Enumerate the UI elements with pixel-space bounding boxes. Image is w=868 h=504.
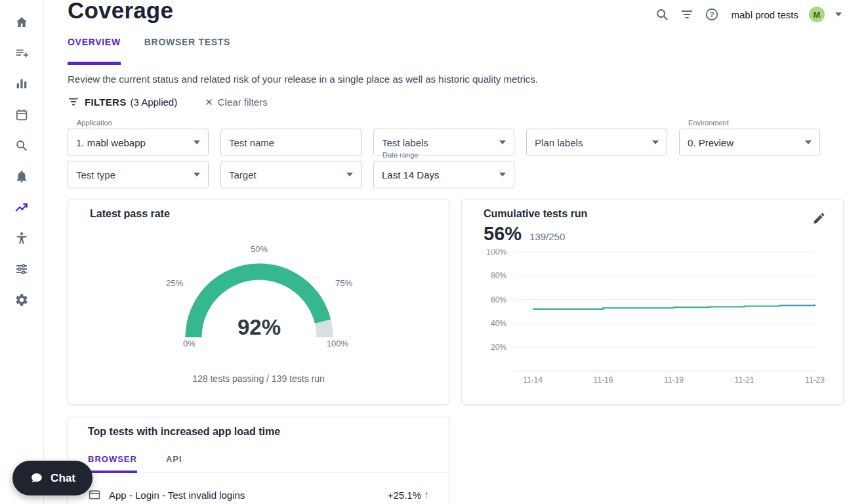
test-type-select[interactable]: Test type — [68, 161, 209, 188]
filters-bar: FILTERS (3 Applied) ✕ Clear filters — [68, 96, 268, 108]
cumulative-stats: 56% 139/250 — [484, 223, 565, 245]
header-actions: ? mabl prod tests M — [655, 7, 842, 22]
coverage-tabs: OVERVIEW BROWSER TESTS — [68, 32, 230, 65]
results-chart-icon[interactable] — [7, 68, 37, 99]
coverage-insights-icon[interactable] — [7, 192, 37, 222]
cumulative-line-chart: 100%80%60%40%20%11-1411-1611-1911-2111-2… — [468, 249, 836, 394]
test-labels-placeholder: Test labels — [382, 137, 428, 148]
environment-select[interactable]: 0. Preview — [679, 129, 820, 156]
gauge-value-label: 92% — [161, 315, 358, 340]
chat-bubble-icon — [30, 471, 44, 486]
top-tests-card-title: Top tests with increased app load time — [88, 426, 280, 438]
gauge-tick-50: 50% — [161, 244, 358, 254]
date-range-label: Date range — [382, 151, 418, 159]
application-value: 1. mabl webapp — [76, 137, 146, 148]
schedule-calendar-icon[interactable] — [7, 99, 37, 130]
top-test-name: App - Login - Test invalid logins — [109, 490, 388, 501]
clear-filters-button[interactable]: ✕ Clear filters — [205, 96, 267, 108]
chat-launcher-button[interactable]: Chat — [12, 461, 93, 495]
tab-overview[interactable]: OVERVIEW — [68, 32, 121, 65]
left-nav-sidebar — [0, 0, 44, 504]
chevron-down-icon — [499, 173, 506, 177]
plan-labels-placeholder: Plan labels — [535, 137, 583, 148]
chevron-down-icon — [805, 140, 812, 144]
cumulative-fraction: 139/250 — [529, 231, 565, 242]
browser-window-icon — [88, 488, 101, 501]
help-icon[interactable]: ? — [705, 7, 719, 22]
up-arrow-icon: ↑ — [424, 489, 429, 501]
gauge-tick-100: 100% — [327, 339, 348, 348]
chevron-down-icon — [194, 173, 200, 177]
svg-text:11-19: 11-19 — [664, 375, 684, 385]
page-title: Coverage — [68, 0, 173, 24]
tab-browser[interactable]: BROWSER — [88, 446, 137, 473]
date-range-select[interactable]: Last 14 Days — [373, 161, 514, 188]
gauge-tick-25: 25% — [166, 278, 183, 288]
cumulative-tests-card: Cumulative tests run 56% 139/250 100%80%… — [461, 199, 844, 405]
svg-text:60%: 60% — [491, 295, 506, 304]
pass-rate-gauge: 0% 25% 50% 75% 100% 92% — [161, 231, 358, 352]
gauge-tick-0: 0% — [183, 339, 196, 348]
new-test-icon[interactable] — [7, 37, 37, 68]
top-test-row[interactable]: App - Login - Test invalid logins +25.1%… — [68, 480, 449, 504]
tab-api[interactable]: API — [166, 446, 182, 473]
application-select[interactable]: 1. mabl webapp — [68, 129, 209, 156]
clear-filters-label: Clear filters — [218, 96, 268, 108]
test-type-placeholder: Test type — [76, 169, 115, 180]
cumulative-card-title: Cumulative tests run — [484, 208, 587, 220]
filter-list-icon[interactable] — [680, 7, 694, 22]
environment-value: 0. Preview — [688, 137, 734, 148]
latest-pass-rate-card: Latest pass rate 0% 25% 50% 75% 100% 92%… — [68, 199, 449, 405]
svg-text:11-23: 11-23 — [805, 375, 825, 385]
filters-toggle[interactable]: FILTERS — [85, 96, 126, 108]
configuration-sliders-icon[interactable] — [7, 253, 37, 284]
chevron-down-icon — [346, 173, 353, 177]
avatar[interactable]: M — [809, 7, 825, 22]
chevron-down-icon — [499, 140, 506, 144]
funnel-icon[interactable] — [68, 96, 79, 108]
svg-text:20%: 20% — [491, 343, 506, 352]
settings-gear-icon[interactable] — [7, 284, 37, 315]
top-test-delta: +25.1% — [388, 490, 421, 501]
svg-text:11-16: 11-16 — [594, 375, 613, 385]
svg-text:40%: 40% — [491, 319, 506, 328]
top-tests-tabs: BROWSER API — [68, 446, 449, 473]
cumulative-percent: 56% — [484, 223, 522, 245]
search-icon[interactable] — [655, 7, 669, 22]
date-range-value: Last 14 Days — [382, 169, 440, 180]
page-description: Review the current status and related ri… — [68, 74, 538, 85]
accessibility-person-icon[interactable] — [7, 222, 37, 253]
workspace-chevron-down-icon[interactable] — [835, 12, 842, 16]
pass-rate-card-title: Latest pass rate — [90, 208, 170, 220]
chevron-down-icon — [194, 140, 200, 144]
application-label: Application — [77, 119, 112, 127]
environment-label: Environment — [688, 119, 729, 127]
close-icon: ✕ — [205, 97, 213, 107]
target-placeholder: Target — [229, 169, 257, 180]
chevron-down-icon — [652, 140, 659, 144]
test-name-input[interactable] — [220, 129, 362, 156]
test-search-icon[interactable] — [7, 130, 37, 161]
svg-text:80%: 80% — [491, 271, 506, 280]
target-select[interactable]: Target — [220, 161, 362, 188]
filters-applied-count: (3 Applied) — [130, 96, 177, 108]
gauge-tick-75: 75% — [335, 278, 352, 288]
notifications-bell-icon[interactable] — [7, 161, 37, 192]
workspace-name[interactable]: mabl prod tests — [731, 9, 798, 20]
svg-text:?: ? — [710, 10, 714, 18]
tab-browser-tests[interactable]: BROWSER TESTS — [144, 32, 230, 65]
svg-text:11-14: 11-14 — [523, 375, 543, 385]
plan-labels-select[interactable]: Plan labels — [526, 129, 667, 156]
svg-text:11-21: 11-21 — [735, 375, 754, 385]
svg-text:100%: 100% — [486, 249, 506, 257]
top-tests-card: Top tests with increased app load time B… — [68, 417, 449, 504]
edit-goal-pencil-icon[interactable] — [812, 211, 826, 228]
chat-label: Chat — [51, 472, 75, 485]
pass-rate-caption: 128 tests passing / 139 tests run — [68, 373, 449, 384]
home-icon[interactable] — [7, 7, 37, 37]
